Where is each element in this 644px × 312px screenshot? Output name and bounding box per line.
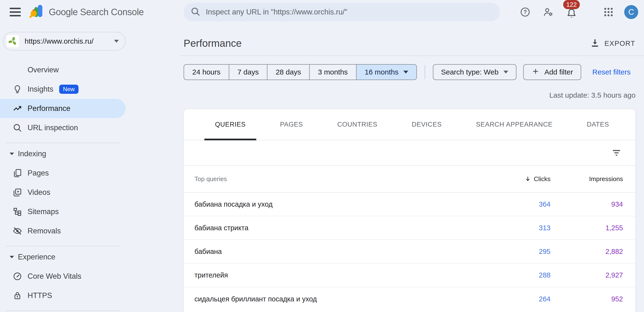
- performance-table-card: QUERIES PAGES COUNTRIES DEVICES SEARCH A…: [184, 109, 636, 312]
- chevron-down-icon: [404, 71, 408, 74]
- sidebar-divider: [6, 311, 121, 311]
- impressions-cell: 952: [550, 295, 623, 303]
- manage-users-icon[interactable]: [543, 6, 554, 18]
- property-url: https://www.orchis.ru/: [25, 37, 114, 45]
- table-row[interactable]: бабиана 295 2,882: [184, 240, 635, 264]
- sidebar-item-insights[interactable]: Insights New: [0, 80, 126, 99]
- table-row[interactable]: сидальцея бриллиант посадка и уход 264 9…: [184, 287, 635, 311]
- pages-copy-icon: [12, 168, 22, 178]
- top-app-bar: Google Search Console ? 122: [0, 0, 644, 24]
- sidebar-item-videos[interactable]: Videos: [0, 183, 126, 202]
- date-range-3-months[interactable]: 3 months: [309, 65, 356, 80]
- date-range-24-hours[interactable]: 24 hours: [184, 65, 229, 80]
- export-label: EXPORT: [604, 39, 635, 47]
- sidebar-item-label: Insights: [28, 85, 54, 94]
- sidebar-section-experience[interactable]: Experience: [0, 247, 179, 267]
- sidebar-item-https[interactable]: HTTPS: [0, 286, 126, 305]
- search-console-logo-icon: [30, 4, 45, 20]
- impressions-cell: 1,255: [550, 224, 623, 232]
- sidebar-item-overview[interactable]: Overview: [0, 60, 126, 80]
- sidebar-item-core-web-vitals[interactable]: Core Web Vitals: [0, 267, 126, 286]
- sidebar-item-sitemaps[interactable]: Sitemaps: [0, 202, 126, 221]
- google-apps-grid-icon[interactable]: [603, 6, 614, 18]
- video-library-icon: [12, 188, 22, 197]
- tab-dates[interactable]: DATES: [576, 109, 620, 140]
- menu-icon[interactable]: [10, 7, 21, 17]
- notifications-bell-icon[interactable]: 122: [566, 8, 577, 19]
- query-cell: бабиана стрикта: [194, 224, 483, 232]
- sidebar-item-label: Sitemaps: [28, 207, 59, 216]
- sidebar-item-label: Videos: [28, 188, 50, 197]
- dimension-tabs: QUERIES PAGES COUNTRIES DEVICES SEARCH A…: [184, 109, 635, 140]
- property-favicon: [6, 35, 19, 48]
- tab-search-appearance[interactable]: SEARCH APPEARANCE: [466, 109, 563, 140]
- notification-count-badge: 122: [563, 0, 580, 9]
- sidebar-item-label: Overview: [28, 66, 59, 74]
- main-content: Performance EXPORT 24 hours 7 days 28 da…: [179, 24, 644, 312]
- sidebar: https://www.orchis.ru/ Overview Insights: [0, 24, 179, 312]
- app-logo[interactable]: Google Search Console: [30, 0, 144, 24]
- add-filter-button[interactable]: Add filter: [523, 64, 581, 80]
- clicks-header-label: Clicks: [534, 175, 550, 183]
- sidebar-item-pages[interactable]: Pages: [0, 163, 126, 183]
- date-range-label: 16 months: [365, 68, 398, 76]
- collapse-arrow-icon: [10, 153, 14, 155]
- help-icon[interactable]: ?: [520, 6, 531, 18]
- search-type-label: Search type: Web: [441, 68, 498, 76]
- account-avatar[interactable]: C: [624, 5, 638, 19]
- sort-down-arrow-icon: [524, 175, 532, 182]
- svg-text:?: ?: [524, 9, 527, 15]
- clicks-cell: 313: [483, 224, 550, 232]
- clicks-cell: 295: [483, 248, 550, 256]
- sitemap-tree-icon: [12, 207, 22, 216]
- lock-icon: [12, 291, 22, 301]
- date-range-28-days[interactable]: 28 days: [267, 65, 309, 80]
- trending-up-icon: [12, 104, 22, 113]
- tab-pages[interactable]: PAGES: [269, 109, 314, 140]
- search-type-dropdown[interactable]: Search type: Web: [433, 64, 516, 80]
- sidebar-divider: [6, 246, 121, 246]
- table-row[interactable]: трителейя 288 2,927: [184, 264, 635, 287]
- tab-queries[interactable]: QUERIES: [204, 109, 256, 140]
- date-range-7-days[interactable]: 7 days: [229, 65, 267, 80]
- date-range-selector: 24 hours 7 days 28 days 3 months 16 mont…: [184, 64, 417, 80]
- column-header-impressions[interactable]: Impressions: [550, 175, 623, 183]
- url-inspect-search-bar[interactable]: [184, 3, 500, 21]
- chevron-down-icon: [114, 40, 119, 43]
- property-selector[interactable]: https://www.orchis.ru/: [3, 32, 126, 51]
- sidebar-divider: [6, 143, 121, 143]
- table-header-row: Top queries Clicks Impressions: [184, 166, 635, 193]
- vertical-divider: [425, 65, 425, 79]
- sidebar-item-label: Removals: [28, 227, 61, 235]
- eye-off-icon: [12, 226, 22, 236]
- sidebar-section-indexing[interactable]: Indexing: [0, 144, 179, 163]
- home-icon: [12, 65, 22, 75]
- sidebar-item-url-inspection[interactable]: URL inspection: [0, 118, 126, 138]
- filter-list-icon[interactable]: [610, 147, 623, 159]
- table-row[interactable]: бабиана посадка и уход 364 934: [184, 193, 635, 216]
- collapse-arrow-icon: [10, 256, 14, 258]
- clicks-cell: 364: [483, 200, 550, 208]
- export-button[interactable]: EXPORT: [590, 38, 635, 49]
- add-filter-label: Add filter: [544, 68, 573, 76]
- gauge-icon: [12, 272, 22, 281]
- chevron-down-icon: [504, 71, 508, 74]
- table-row[interactable]: бабиана стрикта 313 1,255: [184, 216, 635, 240]
- sidebar-item-performance[interactable]: Performance: [0, 99, 126, 118]
- reset-filters-link[interactable]: Reset filters: [592, 68, 630, 76]
- sidebar-item-removals[interactable]: Removals: [0, 221, 126, 241]
- download-icon: [590, 38, 600, 49]
- query-cell: сидальцея бриллиант посадка и уход: [194, 295, 483, 303]
- date-range-16-months[interactable]: 16 months: [356, 65, 416, 80]
- section-label: Indexing: [18, 150, 46, 158]
- column-header-top-queries: Top queries: [194, 175, 483, 183]
- column-header-clicks[interactable]: Clicks: [483, 175, 550, 183]
- search-icon: [190, 6, 200, 18]
- topbar-actions: ? 122 C: [520, 0, 638, 24]
- tab-devices[interactable]: DEVICES: [401, 109, 452, 140]
- new-badge: New: [59, 85, 78, 94]
- impressions-cell: 2,927: [550, 271, 623, 279]
- tab-countries[interactable]: COUNTRIES: [326, 109, 388, 140]
- query-cell: бабиана: [194, 248, 483, 256]
- url-inspect-input[interactable]: [206, 8, 496, 16]
